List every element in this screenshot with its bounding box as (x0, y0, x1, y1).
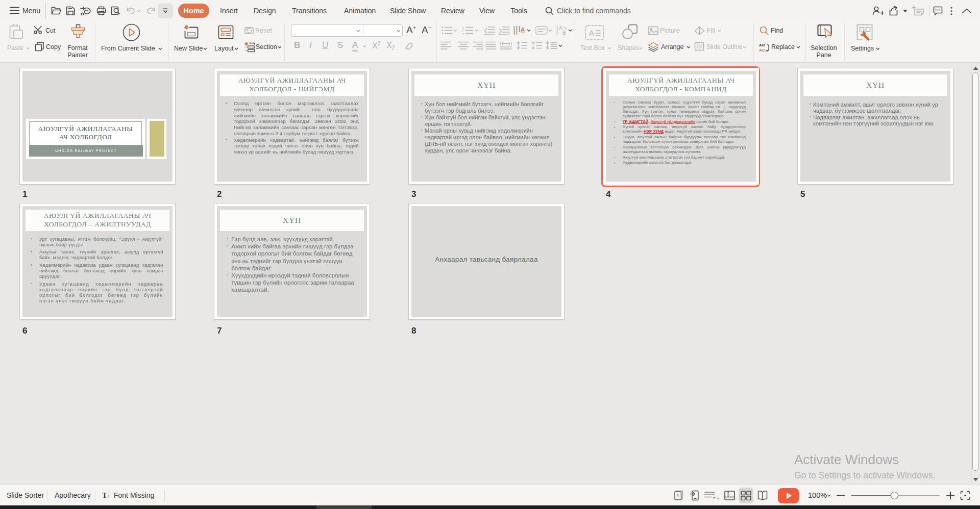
svg-text:3: 3 (462, 33, 464, 35)
svg-text:AB: AB (759, 43, 765, 47)
svg-text:A: A (589, 29, 594, 37)
svg-text:A: A (559, 26, 562, 31)
svg-text:A: A (521, 27, 525, 33)
svg-text:B: B (562, 30, 566, 35)
svg-text:AC: AC (759, 48, 765, 53)
